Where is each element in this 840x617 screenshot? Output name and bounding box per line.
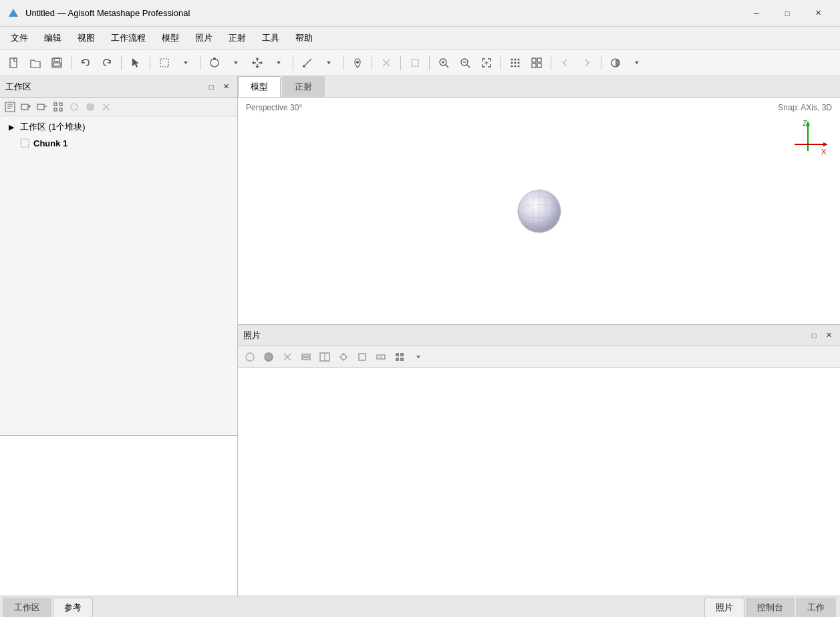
sep-1 (71, 55, 72, 70)
shading-button[interactable] (605, 53, 625, 72)
svg-rect-86 (359, 354, 366, 360)
ws-btn5[interactable] (67, 100, 82, 114)
tab-console[interactable]: 控制台 (746, 598, 795, 617)
rotate-dropdown[interactable] (226, 53, 246, 72)
rect-select-dropdown[interactable] (176, 53, 196, 72)
photos-minus-btn[interactable] (373, 349, 389, 365)
next-button[interactable] (577, 53, 597, 72)
rotate-button[interactable] (204, 53, 225, 72)
photos-align-btn1[interactable] (298, 349, 314, 365)
svg-point-34 (518, 61, 520, 64)
workspace-controls: □ ✕ (205, 81, 232, 93)
new-button[interactable] (4, 53, 24, 72)
workspace-root-label: 工作区 (1个堆块) (20, 121, 86, 133)
photos-circle-btn1[interactable] (242, 349, 258, 365)
photos-float-button[interactable]: □ (808, 330, 820, 342)
select-pointer-button[interactable] (126, 53, 146, 72)
photos-close-button[interactable]: ✕ (823, 330, 835, 342)
grid-view-button[interactable] (527, 53, 547, 72)
menu-edit[interactable]: 编辑 (36, 29, 69, 47)
svg-line-25 (467, 65, 470, 68)
shading-dropdown[interactable] (627, 53, 647, 72)
prev-button[interactable] (555, 53, 575, 72)
svg-point-33 (515, 61, 517, 64)
delete-button[interactable] (376, 53, 396, 72)
sep-12 (601, 55, 601, 70)
points-view-button[interactable] (505, 53, 525, 72)
svg-rect-1 (10, 58, 17, 68)
measure-dropdown[interactable] (319, 53, 339, 72)
navigation-sphere[interactable] (516, 188, 563, 235)
workspace-root-item[interactable]: ▶ 工作区 (1个堆块) (0, 119, 237, 135)
workspace-float-button[interactable]: □ (205, 81, 217, 93)
maximize-button[interactable]: □ (772, 3, 803, 23)
tab-photos-bottom[interactable]: 照片 (704, 598, 744, 617)
pan-dropdown[interactable] (269, 53, 289, 72)
ws-add-button[interactable] (19, 100, 33, 114)
svg-text:Z: Z (803, 119, 807, 127)
zoom-out-button[interactable] (455, 53, 475, 72)
photos-grid-btn[interactable] (392, 349, 408, 365)
svg-rect-77 (302, 354, 310, 356)
fit-view-button[interactable] (476, 53, 497, 72)
viewport-3d[interactable]: Perspective 30° Snap: AXis, 3D X Z (238, 98, 840, 325)
menu-bar: 文件 编辑 视图 工作流程 模型 照片 正射 工具 帮助 (0, 27, 840, 49)
marker-button[interactable] (347, 53, 368, 72)
photos-circle-btn2[interactable] (261, 349, 277, 365)
menu-model[interactable]: 模型 (154, 29, 187, 47)
save-button[interactable] (47, 53, 67, 72)
window-controls: ─ □ ✕ (741, 3, 833, 23)
photos-square-btn[interactable] (354, 349, 370, 365)
measure-button[interactable] (297, 53, 317, 72)
menu-file[interactable]: 文件 (3, 29, 36, 47)
tab-ortho[interactable]: 正射 (282, 76, 325, 97)
photos-align-btn2[interactable] (317, 349, 333, 365)
close-button[interactable]: ✕ (803, 3, 833, 23)
photos-grid-dropdown[interactable] (410, 349, 426, 365)
undo-button[interactable] (76, 53, 96, 72)
svg-rect-54 (59, 103, 62, 106)
workspace-close-button[interactable]: ✕ (220, 81, 232, 93)
chunk1-item[interactable]: Chunk 1 (0, 135, 237, 151)
svg-rect-44 (5, 102, 15, 112)
svg-rect-39 (537, 58, 541, 62)
menu-photos[interactable]: 照片 (187, 29, 221, 47)
photos-content-area[interactable] (238, 368, 840, 596)
ws-settings-button[interactable] (51, 100, 65, 114)
ws-remove-button[interactable] (35, 100, 49, 114)
menu-workflow[interactable]: 工作流程 (103, 29, 154, 47)
console-area (0, 435, 237, 596)
ws-btn7[interactable] (99, 100, 114, 114)
photos-controls: □ ✕ (808, 330, 835, 342)
menu-tools[interactable]: 工具 (254, 29, 287, 47)
svg-marker-5 (132, 58, 139, 68)
open-button[interactable] (25, 53, 45, 72)
ws-btn6[interactable] (83, 100, 98, 114)
menu-help[interactable]: 帮助 (287, 29, 321, 47)
ws-add-chunk-button[interactable] (3, 100, 17, 114)
minimize-button[interactable]: ─ (741, 3, 772, 23)
zoom-in-button[interactable] (434, 53, 454, 72)
svg-rect-89 (396, 353, 399, 356)
photos-view-btn[interactable] (335, 349, 352, 365)
rect-select-button[interactable] (154, 53, 174, 72)
menu-view[interactable]: 视图 (69, 29, 103, 47)
tab-work[interactable]: 工作 (796, 598, 836, 617)
menu-ortho[interactable]: 正射 (221, 29, 254, 47)
app-icon (7, 7, 20, 20)
photos-panel-header: 照片 □ ✕ (238, 325, 840, 346)
title-bar: Untitled — Agisoft Metashape Professiona… (0, 0, 840, 27)
svg-point-31 (518, 58, 520, 60)
tab-workspace[interactable]: 工作区 (3, 598, 51, 617)
svg-marker-10 (234, 61, 238, 64)
chunk-icon (19, 137, 31, 149)
tab-reference[interactable]: 参考 (53, 598, 93, 617)
tab-model[interactable]: 模型 (238, 76, 281, 97)
redo-button[interactable] (97, 53, 117, 72)
photos-delete-btn[interactable] (279, 349, 295, 365)
svg-rect-78 (302, 358, 310, 360)
pan-button[interactable] (247, 53, 267, 72)
crop-button[interactable] (405, 53, 425, 72)
sep-11 (551, 55, 551, 70)
workspace-toolbar (0, 98, 237, 116)
